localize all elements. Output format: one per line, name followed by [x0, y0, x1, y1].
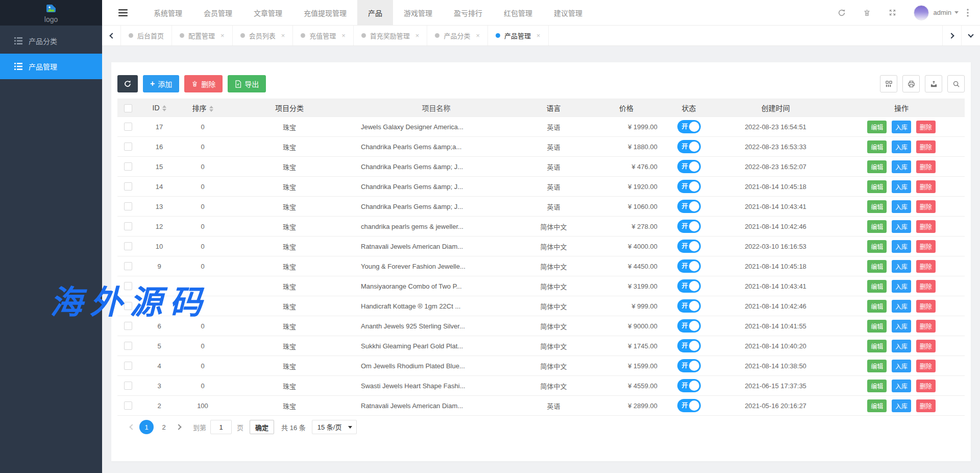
nav-item-article[interactable]: 文章管理 — [243, 0, 293, 25]
tab-config[interactable]: 配置管理 × — [172, 26, 233, 45]
nav-item-product[interactable]: 产品 — [357, 0, 393, 25]
edit-button[interactable]: 编辑 — [867, 280, 887, 293]
stock-in-button[interactable]: 入库 — [892, 380, 911, 392]
batch-delete-button[interactable]: 删除 — [184, 75, 223, 92]
search-icon[interactable] — [947, 75, 965, 92]
tab-close-icon[interactable]: × — [341, 32, 346, 39]
row-checkbox[interactable] — [124, 162, 132, 171]
tabs-menu-icon[interactable] — [961, 26, 980, 45]
row-delete-button[interactable]: 删除 — [916, 180, 936, 193]
sidebar-collapse-icon[interactable] — [117, 0, 129, 26]
status-toggle[interactable]: 开 — [677, 200, 701, 213]
nav-item-system[interactable]: 系统管理 — [143, 0, 193, 25]
tab-product-category[interactable]: 产品分类 × — [427, 26, 488, 45]
tab-member-list[interactable]: 会员列表 × — [233, 26, 293, 45]
status-toggle[interactable]: 开 — [677, 399, 701, 412]
trash-icon[interactable] — [859, 0, 876, 26]
edit-button[interactable]: 编辑 — [867, 140, 887, 153]
stock-in-button[interactable]: 入库 — [892, 200, 911, 213]
row-delete-button[interactable]: 删除 — [916, 160, 936, 173]
tab-close-icon[interactable]: × — [476, 32, 480, 39]
row-delete-button[interactable]: 删除 — [916, 220, 936, 233]
stock-in-button[interactable]: 入库 — [892, 240, 911, 253]
row-checkbox[interactable] — [124, 143, 132, 151]
avatar[interactable] — [914, 5, 929, 20]
select-all-checkbox[interactable] — [124, 104, 132, 112]
status-toggle[interactable]: 开 — [677, 259, 701, 273]
row-checkbox[interactable] — [124, 123, 132, 131]
username[interactable]: admin — [934, 9, 951, 16]
stock-in-button[interactable]: 入库 — [892, 280, 911, 293]
status-toggle[interactable]: 开 — [677, 220, 701, 233]
row-checkbox[interactable] — [124, 202, 132, 210]
goto-page-input[interactable] — [210, 420, 232, 434]
row-delete-button[interactable]: 删除 — [916, 360, 936, 372]
tab-home[interactable]: 后台首页 — [121, 26, 172, 45]
status-toggle[interactable]: 开 — [677, 299, 701, 313]
edit-button[interactable]: 编辑 — [867, 360, 887, 372]
nav-item-member[interactable]: 会员管理 — [193, 0, 243, 25]
stock-in-button[interactable]: 入库 — [892, 180, 911, 193]
row-delete-button[interactable]: 删除 — [916, 380, 936, 392]
row-checkbox[interactable] — [124, 362, 132, 370]
columns-filter-icon[interactable] — [880, 75, 897, 92]
edit-button[interactable]: 编辑 — [867, 180, 887, 193]
row-checkbox[interactable] — [124, 382, 132, 390]
tab-close-icon[interactable]: × — [281, 32, 285, 39]
stock-in-button[interactable]: 入库 — [892, 340, 911, 352]
add-button[interactable]: + 添加 — [143, 75, 179, 92]
edit-button[interactable]: 编辑 — [867, 320, 887, 333]
more-menu-icon[interactable] — [963, 0, 973, 26]
status-toggle[interactable]: 开 — [677, 279, 701, 293]
export-data-icon[interactable] — [925, 75, 942, 92]
sort-icon[interactable] — [162, 105, 166, 111]
status-toggle[interactable]: 开 — [677, 359, 701, 372]
tab-first-charge-reward[interactable]: 首充奖励管理 × — [354, 26, 428, 45]
row-delete-button[interactable]: 删除 — [916, 280, 936, 293]
stock-in-button[interactable]: 入库 — [892, 399, 911, 412]
status-toggle[interactable]: 开 — [677, 339, 701, 352]
edit-button[interactable]: 编辑 — [867, 300, 887, 313]
stock-in-button[interactable]: 入库 — [892, 121, 911, 133]
stock-in-button[interactable]: 入库 — [892, 140, 911, 153]
tab-product-manage[interactable]: 产品管理 × — [488, 26, 549, 45]
row-delete-button[interactable]: 删除 — [916, 140, 936, 153]
nav-item-recharge[interactable]: 充值提现管理 — [293, 0, 357, 25]
prev-page-icon[interactable] — [125, 420, 138, 434]
row-checkbox[interactable] — [124, 262, 132, 270]
next-page-icon[interactable] — [173, 420, 186, 434]
page-1-button[interactable]: 1 — [139, 420, 154, 434]
nav-item-profit[interactable]: 盈亏排行 — [443, 0, 493, 25]
row-checkbox[interactable] — [124, 401, 132, 410]
tab-close-icon[interactable]: × — [220, 32, 225, 39]
row-delete-button[interactable]: 删除 — [916, 240, 936, 253]
tab-close-icon[interactable]: × — [536, 32, 541, 39]
edit-button[interactable]: 编辑 — [867, 200, 887, 213]
sidebar-item-product-category[interactable]: 产品分类 — [0, 28, 102, 54]
stock-in-button[interactable]: 入库 — [892, 160, 911, 173]
row-delete-button[interactable]: 删除 — [916, 121, 936, 133]
print-icon[interactable] — [902, 75, 920, 92]
sort-icon[interactable] — [209, 106, 213, 112]
edit-button[interactable]: 编辑 — [867, 380, 887, 392]
stock-in-button[interactable]: 入库 — [892, 300, 911, 313]
row-checkbox[interactable] — [124, 242, 132, 250]
tabs-scroll-left-icon[interactable] — [102, 26, 121, 45]
edit-button[interactable]: 编辑 — [867, 399, 887, 412]
tab-close-icon[interactable]: × — [415, 32, 420, 39]
row-delete-button[interactable]: 删除 — [916, 320, 936, 333]
edit-button[interactable]: 编辑 — [867, 220, 887, 233]
page-2-button[interactable]: 2 — [157, 420, 171, 434]
row-checkbox[interactable] — [124, 302, 132, 310]
tab-recharge[interactable]: 充值管理 × — [293, 26, 354, 45]
fullscreen-icon[interactable] — [884, 0, 901, 26]
row-checkbox[interactable] — [124, 282, 132, 290]
refresh-button[interactable] — [117, 75, 138, 92]
row-delete-button[interactable]: 删除 — [916, 399, 936, 412]
row-checkbox[interactable] — [124, 342, 132, 350]
nav-item-suggest[interactable]: 建议管理 — [543, 0, 593, 25]
edit-button[interactable]: 编辑 — [867, 260, 887, 273]
row-checkbox[interactable] — [124, 222, 132, 230]
row-delete-button[interactable]: 删除 — [916, 340, 936, 352]
edit-button[interactable]: 编辑 — [867, 121, 887, 133]
